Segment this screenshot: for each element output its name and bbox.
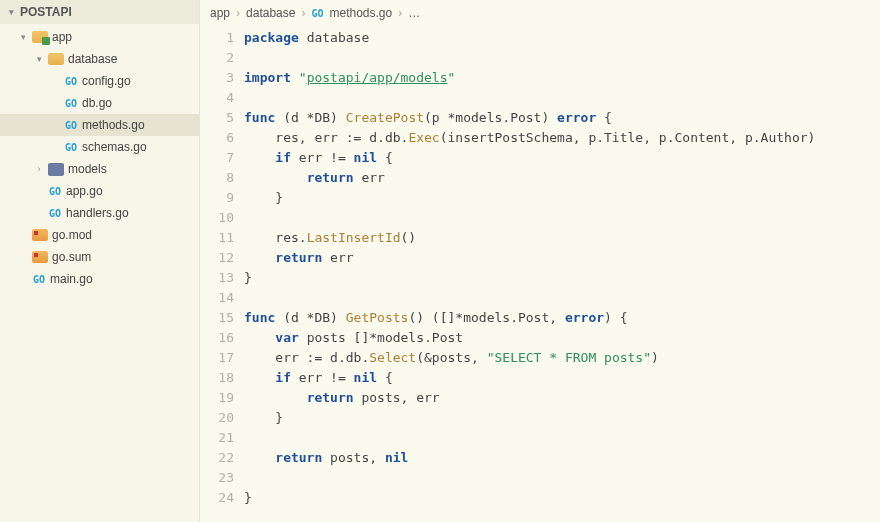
code-line[interactable]: func (d *DB) GetPosts() ([]*models.Post,… — [244, 308, 880, 328]
tree-item-label: database — [68, 52, 117, 66]
line-number: 14 — [204, 288, 234, 308]
mod-file-icon — [32, 229, 48, 241]
code-line[interactable]: func (d *DB) CreatePost(p *models.Post) … — [244, 108, 880, 128]
code-line[interactable]: } — [244, 188, 880, 208]
chevron-right-icon: › — [301, 6, 305, 20]
code-line[interactable]: } — [244, 488, 880, 508]
code-line[interactable]: } — [244, 268, 880, 288]
go-file-icon: GO — [48, 184, 62, 198]
code-line[interactable]: import "postapi/app/models" — [244, 68, 880, 88]
code-line[interactable] — [244, 208, 880, 228]
code-line[interactable]: if err != nil { — [244, 368, 880, 388]
tree-item-label: app.go — [66, 184, 103, 198]
tree-item-handlers-go[interactable]: GOhandlers.go — [0, 202, 199, 224]
go-file-icon: GO — [64, 74, 78, 88]
chevron-down-icon[interactable]: ▾ — [34, 54, 44, 64]
line-number: 10 — [204, 208, 234, 228]
code-line[interactable] — [244, 468, 880, 488]
tree-item-go-sum[interactable]: go.sum — [0, 246, 199, 268]
line-number: 15 — [204, 308, 234, 328]
line-number: 22 — [204, 448, 234, 468]
folder-icon — [32, 31, 48, 43]
tree-item-label: schemas.go — [82, 140, 147, 154]
mod-file-icon — [32, 251, 48, 263]
tree-item-db-go[interactable]: GOdb.go — [0, 92, 199, 114]
code-line[interactable]: package database — [244, 28, 880, 48]
tree-item-models[interactable]: ›models — [0, 158, 199, 180]
code-line[interactable]: return err — [244, 248, 880, 268]
line-number: 6 — [204, 128, 234, 148]
go-file-icon: GO — [64, 118, 78, 132]
go-file-icon: GO — [311, 8, 323, 19]
code-line[interactable] — [244, 428, 880, 448]
tree-item-label: go.sum — [52, 250, 91, 264]
code-line[interactable]: return posts, nil — [244, 448, 880, 468]
code-line[interactable]: if err != nil { — [244, 148, 880, 168]
tree-item-methods-go[interactable]: GOmethods.go — [0, 114, 199, 136]
tree-item-label: main.go — [50, 272, 93, 286]
tree-item-label: app — [52, 30, 72, 44]
go-file-icon: GO — [48, 206, 62, 220]
chevron-right-icon: › — [236, 6, 240, 20]
breadcrumb-tail[interactable]: … — [408, 6, 420, 20]
breadcrumb-seg[interactable]: app — [210, 6, 230, 20]
go-file-icon: GO — [64, 96, 78, 110]
line-number: 5 — [204, 108, 234, 128]
tree-item-label: methods.go — [82, 118, 145, 132]
code-line[interactable]: res.LastInsertId() — [244, 228, 880, 248]
code-line[interactable]: return err — [244, 168, 880, 188]
line-number: 18 — [204, 368, 234, 388]
line-number: 8 — [204, 168, 234, 188]
code-line[interactable]: } — [244, 408, 880, 428]
code-line[interactable] — [244, 48, 880, 68]
tree-item-label: models — [68, 162, 107, 176]
project-root-label: POSTAPI — [20, 5, 72, 19]
code-line[interactable] — [244, 88, 880, 108]
line-number: 2 — [204, 48, 234, 68]
line-number: 1 — [204, 28, 234, 48]
folder-icon — [48, 53, 64, 65]
line-number: 11 — [204, 228, 234, 248]
tree-item-label: handlers.go — [66, 206, 129, 220]
chevron-right-icon[interactable]: › — [34, 164, 44, 174]
tree-item-label: db.go — [82, 96, 112, 110]
breadcrumb[interactable]: app › database › GO methods.go › … — [200, 0, 880, 26]
line-number: 3 — [204, 68, 234, 88]
line-number: 20 — [204, 408, 234, 428]
tree-item-app[interactable]: ▾app — [0, 26, 199, 48]
go-file-icon: GO — [32, 272, 46, 286]
line-number: 21 — [204, 428, 234, 448]
tree-item-main-go[interactable]: GOmain.go — [0, 268, 199, 290]
project-header[interactable]: ▾ POSTAPI — [0, 0, 199, 24]
editor-pane: app › database › GO methods.go › … 12345… — [200, 0, 880, 522]
line-number: 19 — [204, 388, 234, 408]
code-lines[interactable]: package databaseimport "postapi/app/mode… — [244, 26, 880, 522]
tree-item-database[interactable]: ▾database — [0, 48, 199, 70]
code-line[interactable]: err := d.db.Select(&posts, "SELECT * FRO… — [244, 348, 880, 368]
project-sidebar: ▾ POSTAPI ▾app▾databaseGOconfig.goGOdb.g… — [0, 0, 200, 522]
code-line[interactable] — [244, 288, 880, 308]
tree-item-schemas-go[interactable]: GOschemas.go — [0, 136, 199, 158]
code-line[interactable]: res, err := d.db.Exec(insertPostSchema, … — [244, 128, 880, 148]
tree-item-label: go.mod — [52, 228, 92, 242]
code-editor[interactable]: 123456789101112131415161718192021222324 … — [200, 26, 880, 522]
code-line[interactable]: var posts []*models.Post — [244, 328, 880, 348]
line-number: 12 — [204, 248, 234, 268]
code-line[interactable]: return posts, err — [244, 388, 880, 408]
chevron-down-icon[interactable]: ▾ — [18, 32, 28, 42]
line-number: 13 — [204, 268, 234, 288]
chevron-down-icon: ▾ — [6, 7, 16, 17]
line-number: 24 — [204, 488, 234, 508]
line-number: 16 — [204, 328, 234, 348]
breadcrumb-seg[interactable]: database — [246, 6, 295, 20]
project-tree: ▾app▾databaseGOconfig.goGOdb.goGOmethods… — [0, 24, 199, 290]
go-file-icon: GO — [64, 140, 78, 154]
breadcrumb-seg[interactable]: methods.go — [329, 6, 392, 20]
line-gutter: 123456789101112131415161718192021222324 — [200, 26, 244, 522]
folder-icon — [48, 163, 64, 176]
tree-item-app-go[interactable]: GOapp.go — [0, 180, 199, 202]
line-number: 9 — [204, 188, 234, 208]
line-number: 7 — [204, 148, 234, 168]
tree-item-config-go[interactable]: GOconfig.go — [0, 70, 199, 92]
tree-item-go-mod[interactable]: go.mod — [0, 224, 199, 246]
